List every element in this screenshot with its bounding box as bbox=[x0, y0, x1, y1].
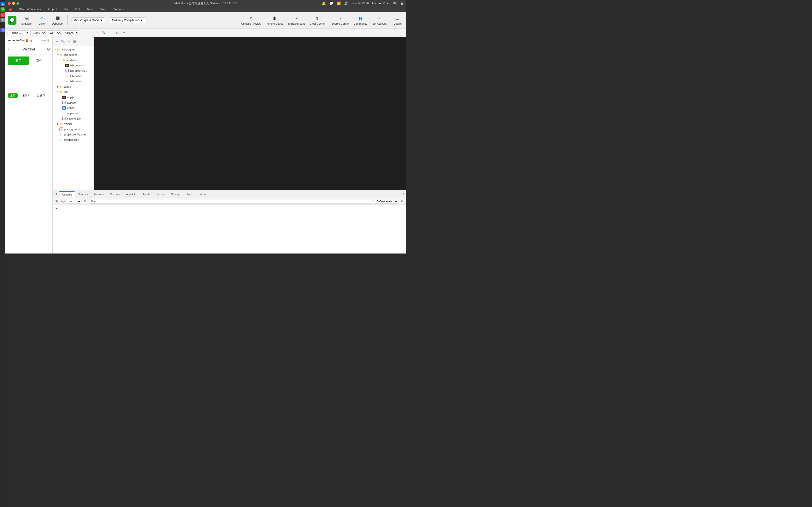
network-select[interactable]: WiFi bbox=[47, 31, 61, 35]
tab-detach-button[interactable]: ⬡ bbox=[400, 192, 405, 196]
console-filter-input[interactable] bbox=[89, 199, 372, 204]
minimize-button[interactable] bbox=[12, 2, 15, 5]
debugger-button[interactable]: ⬛ Debugger bbox=[50, 14, 65, 26]
tree-item-miniprogram[interactable]: ▼ 📁 miniprogram bbox=[53, 47, 94, 52]
close-button[interactable] bbox=[8, 2, 11, 5]
simulator-button[interactable]: ⊞ Simulator bbox=[19, 14, 34, 26]
remote-debug-button[interactable]: 📱 Remote Debug bbox=[263, 14, 285, 26]
console-clear-button[interactable]: 🚫 bbox=[60, 199, 65, 204]
tab-sources[interactable]: Sources bbox=[75, 191, 91, 197]
forward-btn[interactable]: → bbox=[88, 30, 93, 36]
tab-payment[interactable]: 支付 bbox=[29, 56, 50, 65]
search-icon[interactable]: 🔍 bbox=[393, 1, 397, 5]
panel-expand-icon[interactable]: ⬆ bbox=[54, 191, 59, 197]
filter-published[interactable]: 已发布 bbox=[35, 93, 47, 98]
layout-btn[interactable]: ≈ bbox=[121, 30, 126, 36]
more-file-button[interactable]: ··· bbox=[66, 39, 71, 44]
menu-edit[interactable]: Edit bbox=[73, 7, 82, 12]
tree-item-app-ts[interactable]: TS app.ts bbox=[53, 105, 94, 111]
console-settings-icon[interactable]: ⚙ bbox=[400, 199, 405, 204]
zoom-select[interactable]: 100% bbox=[31, 31, 46, 35]
editor-button[interactable]: </> Editor bbox=[35, 14, 49, 26]
tab-network[interactable]: Network bbox=[91, 191, 107, 197]
eye-icon[interactable]: 👁 bbox=[83, 199, 88, 204]
dock-finder[interactable]: ◉ bbox=[0, 2, 5, 6]
collapse-tree-button[interactable]: ⊟ bbox=[72, 39, 77, 44]
menu-app-name[interactable]: Wechat Devtools bbox=[18, 7, 43, 12]
volume-icon[interactable]: 🔊 bbox=[344, 1, 348, 5]
test-account-button[interactable]: ↗ Test Account bbox=[369, 14, 388, 26]
to-background-button[interactable]: ↗ To Background bbox=[286, 14, 307, 26]
more-dots-icon[interactable]: ··· bbox=[42, 47, 45, 51]
clear-cache-button[interactable]: 🗑 Clear Cache bbox=[308, 14, 326, 26]
test-account-icon: ↗ bbox=[376, 15, 382, 21]
back-chevron-icon[interactable]: ‹ bbox=[8, 46, 9, 52]
log-level-select[interactable]: Default levels bbox=[374, 199, 398, 204]
tree-item-pages[interactable]: ▶ 📁 pages bbox=[53, 84, 94, 89]
mode-select[interactable]: Mini Program Mode ▼ bbox=[71, 17, 105, 23]
tab-wxml[interactable]: Wxml bbox=[197, 191, 209, 197]
tab-audits[interactable]: Audits bbox=[140, 191, 153, 197]
tab-security[interactable]: Security bbox=[107, 191, 123, 197]
compile-preview-button[interactable]: ↺ Compile Preview bbox=[239, 14, 263, 26]
menu-app[interactable]: 🍎 bbox=[7, 7, 14, 12]
tree-item-typings[interactable]: ▶ 📁 typings bbox=[53, 121, 94, 126]
dock-ai[interactable]: Ai bbox=[0, 28, 5, 32]
record-icon[interactable]: ⊙ bbox=[47, 47, 50, 51]
search-file-button[interactable]: 🔍 bbox=[60, 39, 65, 44]
dock-chrome[interactable]: C bbox=[0, 12, 5, 17]
device-select[interactable]: iPhone 6/... bbox=[7, 31, 29, 35]
dock-wechat[interactable]: W bbox=[0, 7, 5, 12]
tree-item-app-wxss[interactable]: ✦ app.wxss bbox=[53, 111, 94, 116]
tree-item-app-json[interactable]: {} app.json bbox=[53, 100, 94, 105]
tab-more-button[interactable]: ⋮ bbox=[394, 192, 399, 196]
tree-item-tab-button-wxml[interactable]: <> tab-button.... bbox=[53, 73, 94, 79]
menu-tools[interactable]: Tools bbox=[85, 7, 95, 12]
compilation-select[interactable]: Ordinary Compilation ▼ bbox=[110, 17, 145, 23]
actions-select[interactable]: Actions bbox=[62, 31, 79, 35]
tree-item-tab-button[interactable]: ▼ 📁 tab-button bbox=[53, 57, 94, 63]
tab-storage[interactable]: Storage bbox=[168, 191, 184, 197]
tree-item-tab-button-js[interactable]: JS tab-button.js bbox=[53, 63, 94, 68]
tree-item-tsconfig-json[interactable]: {·} tsconfig.json bbox=[53, 137, 94, 143]
tree-item-tab-button-json[interactable]: {} tab-button.js... bbox=[53, 68, 94, 73]
source-control-button[interactable]: ⑂ Source Control bbox=[329, 14, 351, 26]
menu-icon[interactable]: ☰ bbox=[400, 1, 404, 5]
dock-settings[interactable]: ⚙ bbox=[0, 18, 5, 22]
layout-tree-button[interactable]: ≈ bbox=[78, 39, 83, 44]
add-file-button[interactable]: + bbox=[55, 39, 59, 44]
tree-item-sitemap-json[interactable]: {} sitemap.json bbox=[53, 116, 94, 121]
console-sidebar-toggle[interactable]: ⊞ bbox=[54, 199, 59, 204]
tab-sensor[interactable]: Sensor bbox=[153, 191, 168, 197]
more-btn[interactable]: ··· bbox=[108, 30, 113, 36]
tab-assets[interactable]: 资产 bbox=[8, 56, 29, 65]
tree-item-tab-button-wxss[interactable]: ✦ tab-button.... bbox=[53, 79, 94, 84]
tab-trace[interactable]: Trace bbox=[184, 191, 197, 197]
search-page-btn[interactable]: 🔍 bbox=[101, 30, 106, 36]
maximize-button[interactable] bbox=[16, 2, 19, 5]
execute-context-select[interactable]: top bbox=[67, 199, 81, 204]
app-js-icon: JS bbox=[62, 96, 66, 99]
tree-item-utils[interactable]: ▼ 📁 utils bbox=[53, 89, 94, 95]
filter-unpublished[interactable]: 未发布 bbox=[20, 93, 33, 98]
wechat-icon[interactable]: 💬 bbox=[329, 1, 333, 5]
menu-file[interactable]: File bbox=[62, 7, 69, 12]
details-button[interactable]: ☰ Details bbox=[392, 14, 404, 26]
notification-icon[interactable]: 🔔 bbox=[322, 1, 326, 5]
add-page-btn[interactable]: + bbox=[94, 30, 100, 36]
tree-item-package-json[interactable]: {} package.json bbox=[53, 126, 94, 132]
tab-console[interactable]: Console bbox=[59, 191, 75, 198]
tree-item-component[interactable]: ▼ 📁 component bbox=[53, 52, 94, 57]
collapse-btn[interactable]: ⊟ bbox=[114, 30, 120, 36]
back-btn[interactable]: ← bbox=[81, 30, 86, 36]
tree-item-project-config-json[interactable]: {·} project.config.json bbox=[53, 132, 94, 137]
menu-settings[interactable]: Settings bbox=[112, 7, 125, 12]
menu-project[interactable]: Project bbox=[46, 7, 58, 12]
tree-item-app-js[interactable]: JS app.js bbox=[53, 95, 94, 100]
console-prompt[interactable]: ▶ bbox=[54, 206, 405, 211]
tab-appdata[interactable]: AppData bbox=[123, 191, 140, 197]
menu-view[interactable]: View bbox=[99, 7, 108, 12]
filter-all[interactable]: 全部 bbox=[8, 93, 18, 98]
wifi-icon[interactable]: 📶 bbox=[337, 1, 341, 5]
community-button[interactable]: 👥 Community bbox=[352, 14, 369, 26]
